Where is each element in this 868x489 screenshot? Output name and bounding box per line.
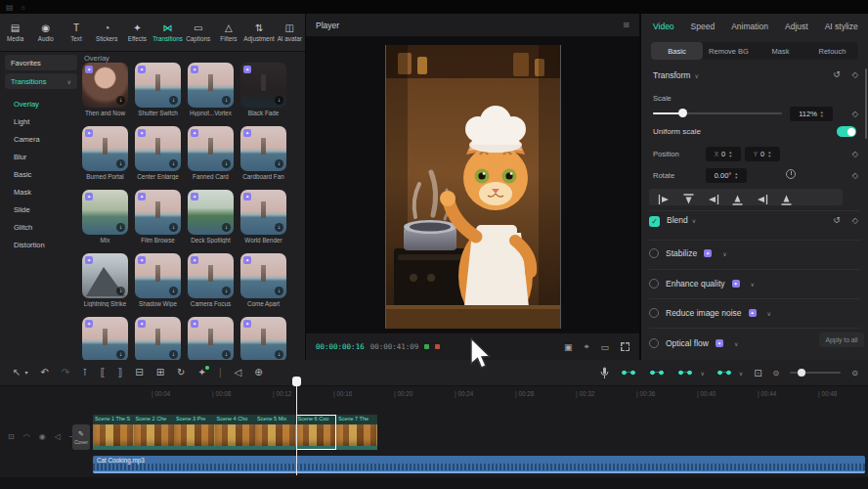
timeline-scroll-area[interactable]	[0, 477, 868, 489]
toolbar-item-captions[interactable]: ▭Captions	[184, 23, 213, 42]
download-icon[interactable]: ↓	[222, 287, 231, 295]
chevron-down-icon[interactable]: ∨	[694, 72, 698, 79]
sidebar-item-overlay[interactable]: Overlay	[14, 100, 39, 109]
lock-track-icon[interactable]: ◠	[23, 432, 30, 441]
transition-thumb-black-fade[interactable]: ✦↓	[240, 63, 286, 108]
preview-axis-toggle-icon[interactable]	[716, 368, 733, 378]
scale-value-field[interactable]: 112% ▲▼	[790, 107, 833, 121]
sidebar-item-basic[interactable]: Basic	[14, 170, 31, 179]
transition-thumb-camera-focus[interactable]: ✦↓	[188, 253, 234, 298]
transition-thumb[interactable]: ✦↓	[240, 317, 286, 360]
download-icon[interactable]: ↓	[222, 96, 231, 105]
center-horizontal-icon[interactable]	[756, 192, 768, 203]
video-preview[interactable]	[385, 45, 561, 329]
download-icon[interactable]: ↓	[275, 159, 283, 168]
voiceover-mic-icon[interactable]	[600, 367, 609, 379]
chevron-down-icon[interactable]: ∨	[751, 281, 755, 288]
transition-thumb-film-browse[interactable]: ✦↓	[135, 190, 181, 235]
transition-thumb-then-and-now[interactable]: ✦↓	[82, 63, 128, 108]
hide-track-icon[interactable]: ◉	[39, 432, 46, 441]
freeze-frame-icon[interactable]: ↻	[177, 368, 185, 378]
subtab-mask[interactable]: Mask	[755, 42, 806, 60]
position-y-stepper[interactable]: ▲▼	[767, 151, 771, 158]
transition-thumb-burned-portal[interactable]: ✦↓	[82, 126, 128, 171]
download-icon[interactable]: ↓	[275, 350, 283, 359]
magnetic-timeline-toggle-icon[interactable]	[620, 368, 637, 378]
transition-thumb[interactable]: ✦↓	[135, 317, 181, 360]
chevron-down-icon[interactable]: ∨	[767, 310, 771, 317]
clip-scene-6-coo[interactable]: Scene 6 Coo	[296, 415, 337, 450]
reset-transform-icon[interactable]: ↺	[833, 69, 841, 79]
download-icon[interactable]: ↓	[222, 350, 231, 359]
select-tool-icon[interactable]: ↖	[13, 368, 21, 378]
chevron-down-icon[interactable]: ∨	[692, 217, 696, 224]
position-keyframe-icon[interactable]: ◇	[852, 150, 858, 158]
sidebar-item-camera[interactable]: Camera	[14, 135, 40, 144]
transition-thumb-fanned-card[interactable]: ✦↓	[188, 126, 234, 171]
download-icon[interactable]: ↓	[116, 223, 125, 232]
download-icon[interactable]: ↓	[116, 159, 125, 168]
download-icon[interactable]: ↓	[275, 96, 283, 105]
sidebar-item-distortion[interactable]: Distortion	[14, 241, 45, 249]
checkbox-stabilize[interactable]	[649, 248, 659, 258]
checkbox-reduce-image-noise[interactable]	[649, 308, 659, 318]
redo-icon[interactable]: ↷	[62, 368, 69, 378]
transition-thumb-come-apart[interactable]: ✦↓	[240, 253, 286, 298]
toolbar-item-audio[interactable]: ◉Audio	[31, 23, 61, 42]
subtab-retouch[interactable]: Retouch	[806, 42, 858, 60]
transition-thumb-deck-spotlight[interactable]: ✦↓	[188, 190, 234, 235]
position-x-stepper[interactable]: ▲▼	[728, 151, 732, 158]
tool-dropdown-icon[interactable]: ▾	[24, 368, 27, 378]
mute-all-icon[interactable]: ◁	[234, 368, 241, 378]
home-icon[interactable]: ⌂	[22, 4, 25, 11]
tab-animation[interactable]: Animation	[731, 22, 768, 31]
sidebar-item-glitch[interactable]: Glitch	[14, 223, 32, 232]
toolbar-item-media[interactable]: ▤Media	[1, 23, 30, 42]
add-track-icon[interactable]: ⊕	[254, 368, 262, 378]
position-x-field[interactable]: X 0 ▲▼	[706, 147, 741, 161]
rotate-keyframe-icon[interactable]: ◇	[852, 171, 858, 180]
clip-scene-3-pre[interactable]: Scene 3 Pre	[174, 415, 215, 450]
player-display-icon[interactable]: ⊞	[623, 21, 629, 29]
toolbar-item-ai-avatar[interactable]: ◫AI avatar	[275, 23, 304, 42]
tab-ai-stylize[interactable]: AI stylize	[825, 22, 858, 31]
rotate-field[interactable]: 0.00° ▲▼	[706, 168, 747, 183]
transition-thumb-shadow-wipe[interactable]: ✦↓	[135, 253, 181, 298]
transition-thumb-lightning-strike[interactable]: ✦↓	[82, 253, 128, 298]
align-top-icon[interactable]	[682, 192, 695, 203]
keyframe-icon[interactable]: ◇	[852, 70, 858, 79]
download-icon[interactable]: ↓	[169, 287, 178, 295]
download-icon[interactable]: ↓	[275, 223, 283, 232]
favorites-button[interactable]: Favorites	[5, 55, 77, 70]
transition-thumb[interactable]: ✦↓	[82, 317, 128, 360]
cover-button[interactable]: ✎ Cover	[72, 424, 90, 450]
tab-adjust[interactable]: Adjust	[785, 22, 808, 31]
audio-clip[interactable]: Cat Cooking.mp3	[93, 456, 865, 473]
panel-scrollbar[interactable]	[865, 68, 867, 139]
smart-cut-icon[interactable]: ✦	[197, 368, 205, 378]
trim-right-icon[interactable]: ⟧	[117, 368, 122, 378]
center-vertical-icon[interactable]	[780, 192, 793, 203]
download-icon[interactable]: ↓	[222, 159, 231, 168]
uniform-scale-toggle[interactable]	[837, 126, 856, 137]
clip-scene-4-cho[interactable]: Scene 4 Cho	[215, 415, 256, 450]
download-icon[interactable]: ↓	[222, 223, 231, 232]
trim-left-icon[interactable]: ⟦	[100, 368, 105, 378]
subtab-basic[interactable]: Basic	[651, 42, 703, 60]
align-left-icon[interactable]	[658, 192, 671, 203]
toolbar-item-effects[interactable]: ✦Effects	[122, 23, 152, 42]
toolbar-item-transitions[interactable]: ⋈Transitions	[153, 23, 183, 42]
chevron-down-icon[interactable]: ∨	[739, 370, 743, 377]
fullscreen-icon[interactable]	[621, 342, 629, 351]
preview-quality-icon[interactable]: ▣	[564, 342, 573, 352]
timeline-zoom-slider[interactable]	[790, 372, 841, 374]
app-menu-icon[interactable]: ▤	[6, 3, 14, 12]
delete-left-icon[interactable]: ⊟	[135, 368, 143, 378]
toolbar-item-stickers[interactable]: ◔Stickers	[92, 23, 121, 42]
main-track-icon[interactable]: ⊡	[8, 432, 15, 441]
transition-thumb[interactable]: ✦↓	[188, 317, 234, 360]
download-icon[interactable]: ↓	[116, 350, 125, 359]
download-icon[interactable]: ↓	[169, 159, 178, 168]
chevron-down-icon[interactable]: ∨	[734, 340, 738, 347]
subtab-remove-bg[interactable]: Remove BG	[703, 42, 755, 60]
